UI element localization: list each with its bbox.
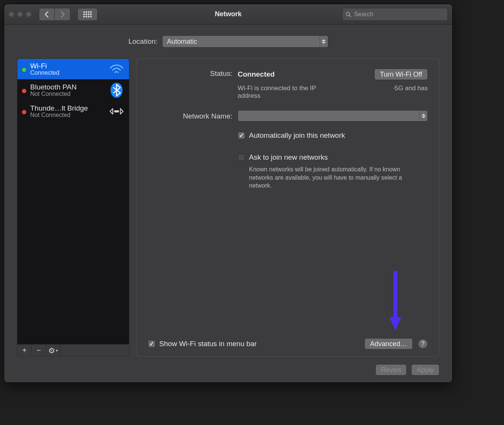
svg-point-17 bbox=[117, 111, 119, 112]
svg-rect-9 bbox=[86, 16, 87, 17]
revert-button[interactable]: Revert bbox=[375, 364, 407, 376]
sidebar-item-wifi[interactable]: Wi-Fi Connected bbox=[17, 59, 129, 79]
ask-join-label: Ask to join new networks bbox=[249, 153, 328, 162]
status-dot-icon bbox=[22, 68, 26, 72]
network-name-select[interactable] bbox=[238, 110, 428, 122]
sidebar-item-label: Wi-Fi bbox=[30, 62, 105, 70]
nav-buttons bbox=[39, 8, 71, 21]
search-icon bbox=[346, 11, 351, 17]
show-menu-checkbox[interactable] bbox=[148, 340, 155, 348]
auto-join-label: Automatically join this network bbox=[249, 131, 345, 140]
show-menu-row[interactable]: Show Wi-Fi status in menu bar bbox=[148, 340, 257, 348]
network-name-label: Network Name: bbox=[148, 111, 232, 120]
network-prefs-window: Network Location: Automatic Wi-Fi bbox=[4, 4, 453, 383]
status-dot-icon bbox=[22, 89, 26, 93]
svg-rect-2 bbox=[88, 11, 89, 13]
close-dot[interactable] bbox=[9, 12, 14, 17]
svg-rect-8 bbox=[83, 16, 85, 17]
svg-rect-1 bbox=[86, 11, 87, 13]
show-all-button[interactable] bbox=[77, 8, 98, 21]
apply-button[interactable]: Apply bbox=[411, 364, 439, 376]
minimize-dot[interactable] bbox=[17, 12, 23, 17]
svg-rect-11 bbox=[90, 16, 92, 17]
back-button[interactable] bbox=[39, 8, 55, 21]
show-menu-label: Show Wi-Fi status in menu bar bbox=[159, 340, 257, 348]
actions-menu-button[interactable]: ⚙︎▾ bbox=[46, 345, 60, 356]
sidebar-toolbar: + − ⚙︎▾ bbox=[17, 344, 129, 356]
svg-rect-7 bbox=[90, 14, 92, 15]
add-interface-button[interactable]: + bbox=[17, 345, 32, 356]
location-label: Location: bbox=[128, 37, 157, 46]
svg-line-13 bbox=[349, 15, 351, 17]
location-select[interactable]: Automatic bbox=[162, 35, 328, 48]
status-description: Wi-Fi is connected to the IP address ·5G… bbox=[238, 85, 428, 100]
sidebar-item-label: Bluetooth PAN bbox=[30, 83, 105, 91]
sidebar-item-sublabel: Connected bbox=[30, 69, 105, 76]
svg-marker-19 bbox=[389, 317, 401, 331]
status-dot-icon bbox=[22, 110, 26, 114]
stepper-icon bbox=[419, 111, 427, 121]
annotation-arrow-icon bbox=[388, 269, 403, 334]
help-button[interactable]: ? bbox=[418, 339, 428, 349]
svg-rect-4 bbox=[83, 14, 85, 15]
toolbar-spacer bbox=[60, 345, 129, 356]
interfaces-sidebar: Wi-Fi Connected Bluetooth PAN Not Connec… bbox=[17, 59, 129, 357]
svg-rect-0 bbox=[83, 11, 85, 13]
status-value: Connected bbox=[238, 70, 275, 79]
status-desc-left: Wi-Fi is connected to the IP address bbox=[238, 85, 324, 100]
zoom-dot[interactable] bbox=[26, 12, 31, 17]
ask-join-row[interactable]: Ask to join new networks bbox=[238, 153, 428, 162]
search-input[interactable] bbox=[354, 11, 444, 18]
stepper-icon bbox=[320, 36, 328, 47]
sidebar-item-label: Thunde…lt Bridge bbox=[30, 104, 105, 112]
titlebar: Network bbox=[4, 4, 452, 25]
interfaces-list: Wi-Fi Connected Bluetooth PAN Not Connec… bbox=[17, 59, 129, 344]
auto-join-checkbox[interactable] bbox=[238, 132, 245, 139]
auto-join-row[interactable]: Automatically join this network bbox=[238, 131, 428, 140]
ask-join-help: Known networks will be joined automatica… bbox=[249, 165, 423, 190]
wifi-icon bbox=[109, 63, 124, 75]
location-value: Automatic bbox=[167, 38, 197, 46]
status-label: Status: bbox=[148, 69, 232, 78]
sidebar-item-bluetooth-pan[interactable]: Bluetooth PAN Not Connected bbox=[17, 79, 129, 101]
forward-button[interactable] bbox=[55, 8, 71, 21]
search-field[interactable] bbox=[342, 8, 448, 21]
sidebar-item-sublabel: Not Connected bbox=[30, 112, 105, 119]
advanced-button[interactable]: Advanced… bbox=[364, 338, 413, 350]
remove-interface-button[interactable]: − bbox=[32, 345, 46, 356]
svg-rect-5 bbox=[86, 14, 87, 15]
window-controls bbox=[9, 12, 31, 17]
chevron-down-icon: ▾ bbox=[56, 348, 58, 353]
sidebar-item-thunderbolt-bridge[interactable]: Thunde…lt Bridge Not Connected bbox=[17, 101, 129, 122]
location-row: Location: Automatic bbox=[17, 25, 439, 59]
ask-join-checkbox[interactable] bbox=[238, 154, 245, 161]
svg-rect-3 bbox=[90, 11, 92, 13]
svg-rect-6 bbox=[88, 14, 89, 15]
bluetooth-icon bbox=[109, 82, 124, 98]
turn-wifi-off-button[interactable]: Turn Wi-Fi Off bbox=[374, 69, 428, 80]
sidebar-item-sublabel: Not Connected bbox=[30, 91, 105, 97]
thunderbolt-bridge-icon bbox=[109, 106, 124, 117]
status-desc-right: ·5G and has bbox=[393, 85, 428, 100]
details-panel: Status: Connected Turn Wi-Fi Off Wi-Fi i… bbox=[136, 59, 439, 357]
footer-buttons: Revert Apply bbox=[17, 364, 439, 376]
svg-rect-10 bbox=[88, 16, 89, 17]
